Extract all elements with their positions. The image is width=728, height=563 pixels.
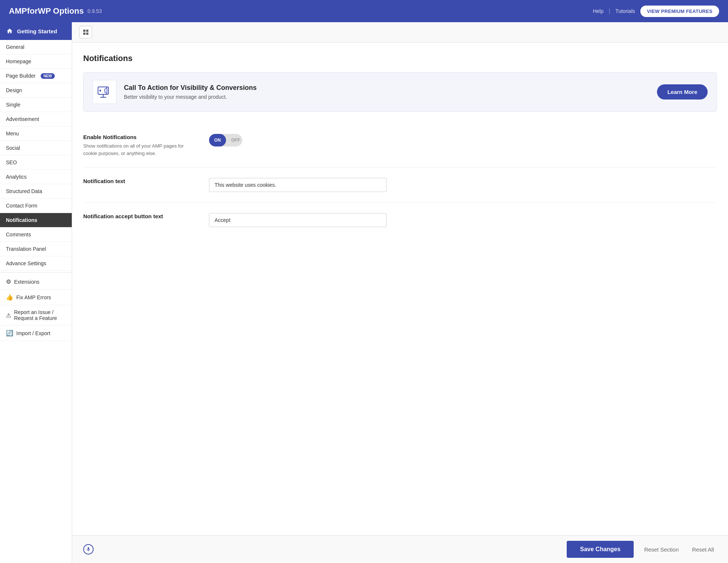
home-icon (6, 27, 13, 35)
main-toolbar (72, 22, 728, 43)
thumbsup-icon: 👍 (6, 294, 13, 301)
sidebar-item-contact-form[interactable]: Contact Form (0, 199, 72, 213)
sidebar-item-extensions[interactable]: ⚙ Extensions (0, 274, 72, 290)
sidebar-item-advertisement[interactable]: Advertisement (0, 112, 72, 127)
svg-rect-3 (86, 33, 88, 35)
svg-rect-0 (83, 30, 85, 32)
notification-text-label: Notification text (83, 178, 194, 186)
sidebar-item-social[interactable]: Social (0, 141, 72, 155)
getting-started-label: Getting Started (17, 28, 57, 34)
footer-left (83, 544, 94, 554)
help-link[interactable]: Help (593, 8, 604, 14)
header-right: Help | Tutorials VIEW PREMIUM FEATURES (593, 6, 719, 17)
promo-subtitle: Better visibility to your message and pr… (124, 94, 650, 100)
toggle-off-label: OFF (226, 134, 242, 146)
notification-text-input[interactable] (209, 178, 387, 192)
notifications-toggle[interactable]: ON OFF (209, 134, 242, 146)
grid-icon-button[interactable] (80, 26, 92, 38)
notification-accept-row: Notification accept button text (83, 203, 717, 237)
notification-text-control (209, 178, 717, 192)
notification-accept-input[interactable] (209, 213, 387, 227)
sidebar-item-menu[interactable]: Menu (0, 127, 72, 141)
sidebar-item-single[interactable]: Single (0, 98, 72, 112)
sidebar-item-homepage[interactable]: Homepage (0, 54, 72, 69)
warning-icon: ⚠ (6, 312, 11, 319)
footer-right: Save Changes Reset Section Reset All (567, 541, 717, 558)
sidebar-item-general[interactable]: General (0, 40, 72, 54)
enable-notifications-label: Enable Notifications Show notifications … (83, 134, 194, 157)
svg-rect-2 (83, 33, 85, 35)
sidebar: Getting Started General Homepage Page Bu… (0, 22, 72, 563)
gear-icon: ⚙ (6, 278, 11, 285)
sidebar-item-report-issue[interactable]: ⚠ Report an Issue / Request a Feature (0, 305, 72, 326)
sidebar-divider (0, 272, 72, 273)
svg-rect-1 (86, 30, 88, 32)
premium-button[interactable]: VIEW PREMIUM FEATURES (640, 6, 719, 17)
promo-icon-wrap (92, 80, 117, 104)
app-layout: Getting Started General Homepage Page Bu… (0, 22, 728, 563)
sidebar-item-notifications[interactable]: Notifications (0, 213, 72, 227)
sidebar-item-structured-data[interactable]: Structured Data (0, 184, 72, 199)
sidebar-item-seo[interactable]: SEO (0, 155, 72, 170)
header-divider: | (609, 8, 610, 14)
promo-banner: Call To Action for Visibility & Conversi… (83, 72, 717, 112)
main-content: Notifications Call To Action for Visibil… (72, 43, 728, 535)
notification-accept-label: Notification accept button text (83, 213, 194, 222)
mic-icon (83, 544, 94, 554)
notification-text-row: Notification text (83, 168, 717, 203)
promo-title: Call To Action for Visibility & Conversi… (124, 84, 650, 92)
sidebar-item-analytics[interactable]: Analytics (0, 170, 72, 184)
main-area: Notifications Call To Action for Visibil… (72, 22, 728, 563)
promo-icon (97, 84, 113, 100)
app-header: AMPforWP Options 0.9.53 Help | Tutorials… (0, 0, 728, 22)
main-footer: Save Changes Reset Section Reset All (72, 535, 728, 563)
learn-more-button[interactable]: Learn More (657, 84, 708, 100)
header-left: AMPforWP Options 0.9.53 (9, 6, 102, 16)
enable-notifications-row: Enable Notifications Show notifications … (83, 124, 717, 168)
refresh-icon: 🔄 (6, 330, 13, 337)
sidebar-item-comments[interactable]: Comments (0, 227, 72, 242)
sidebar-getting-started[interactable]: Getting Started (0, 22, 72, 40)
app-title: AMPforWP Options (9, 6, 84, 16)
reset-all-button[interactable]: Reset All (689, 543, 717, 556)
sidebar-item-translation-panel[interactable]: Translation Panel (0, 242, 72, 256)
reset-section-button[interactable]: Reset Section (641, 543, 681, 556)
page-title: Notifications (83, 54, 717, 63)
save-changes-button[interactable]: Save Changes (567, 541, 634, 558)
sidebar-item-design[interactable]: Design (0, 83, 72, 98)
sidebar-item-fix-amp-errors[interactable]: 👍 Fix AMP Errors (0, 290, 72, 305)
tutorials-link[interactable]: Tutorials (616, 8, 635, 14)
promo-text: Call To Action for Visibility & Conversi… (124, 84, 650, 100)
sidebar-item-page-builder[interactable]: Page Builder NEW (0, 69, 72, 83)
sidebar-item-import-export[interactable]: 🔄 Import / Export (0, 326, 72, 341)
notification-accept-control (209, 213, 717, 227)
toggle-on-label[interactable]: ON (209, 134, 226, 146)
new-badge: NEW (41, 73, 54, 79)
enable-notifications-control: ON OFF (209, 134, 717, 146)
sidebar-nav: General Homepage Page Builder NEW Design… (0, 40, 72, 563)
app-version: 0.9.53 (87, 8, 102, 14)
sidebar-item-advance-settings[interactable]: Advance Settings (0, 256, 72, 271)
